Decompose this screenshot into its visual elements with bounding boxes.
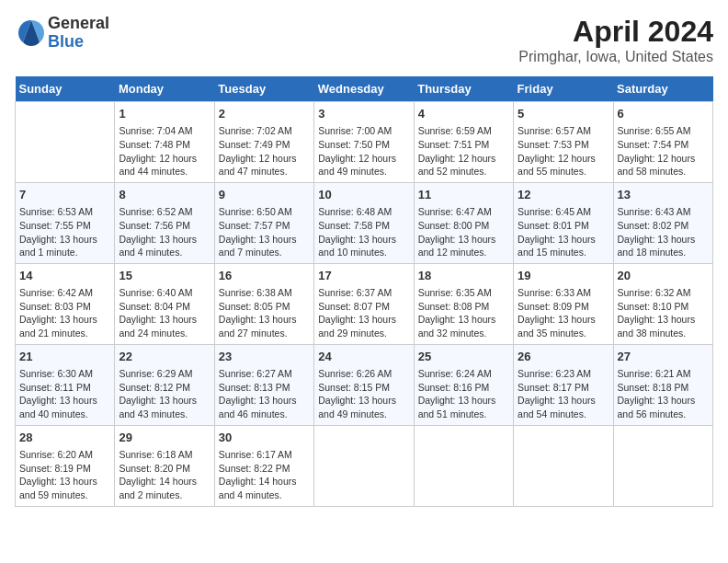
- day-number: 16: [219, 268, 310, 284]
- calendar-cell: 11Sunrise: 6:47 AMSunset: 8:00 PMDayligh…: [414, 182, 513, 263]
- day-info: Sunrise: 6:55 AMSunset: 7:54 PMDaylight:…: [618, 124, 709, 178]
- day-info: Sunrise: 6:59 AMSunset: 7:51 PMDaylight:…: [418, 124, 509, 178]
- calendar-cell: [514, 425, 613, 506]
- calendar-cell: 24Sunrise: 6:26 AMSunset: 8:15 PMDayligh…: [314, 344, 414, 425]
- calendar-cell: 1Sunrise: 7:04 AMSunset: 7:48 PMDaylight…: [115, 102, 214, 183]
- calendar-cell: 21Sunrise: 6:30 AMSunset: 8:11 PMDayligh…: [16, 344, 115, 425]
- calendar-table: SundayMondayTuesdayWednesdayThursdayFrid…: [15, 76, 713, 507]
- day-number: 26: [518, 349, 609, 365]
- calendar-cell: [414, 425, 513, 506]
- day-number: 25: [418, 349, 509, 365]
- day-number: 18: [418, 268, 509, 284]
- day-info: Sunrise: 6:27 AMSunset: 8:13 PMDaylight:…: [219, 367, 310, 421]
- calendar-cell: 9Sunrise: 6:50 AMSunset: 7:57 PMDaylight…: [214, 182, 313, 263]
- day-info: Sunrise: 6:53 AMSunset: 7:55 PMDaylight:…: [19, 205, 110, 259]
- calendar-cell: 12Sunrise: 6:45 AMSunset: 8:01 PMDayligh…: [514, 182, 613, 263]
- page-title: April 2024: [518, 15, 713, 49]
- calendar-week-row: 21Sunrise: 6:30 AMSunset: 8:11 PMDayligh…: [16, 344, 713, 425]
- calendar-cell: 6Sunrise: 6:55 AMSunset: 7:54 PMDaylight…: [613, 102, 712, 183]
- day-info: Sunrise: 6:21 AMSunset: 8:18 PMDaylight:…: [618, 367, 709, 421]
- calendar-cell: [613, 425, 712, 506]
- day-number: 23: [219, 349, 310, 365]
- logo: General Blue: [15, 15, 109, 52]
- day-number: 15: [119, 268, 210, 284]
- day-number: 2: [219, 106, 310, 122]
- calendar-header-tuesday: Tuesday: [214, 76, 313, 102]
- day-number: 20: [618, 268, 709, 284]
- calendar-cell: 22Sunrise: 6:29 AMSunset: 8:12 PMDayligh…: [115, 344, 214, 425]
- calendar-header-monday: Monday: [115, 76, 214, 102]
- day-info: Sunrise: 6:35 AMSunset: 8:08 PMDaylight:…: [418, 286, 509, 340]
- day-info: Sunrise: 6:50 AMSunset: 7:57 PMDaylight:…: [219, 205, 310, 259]
- day-number: 5: [518, 106, 609, 122]
- calendar-cell: 19Sunrise: 6:33 AMSunset: 8:09 PMDayligh…: [514, 263, 613, 344]
- page-subtitle: Primghar, Iowa, United States: [518, 49, 713, 65]
- calendar-cell: 27Sunrise: 6:21 AMSunset: 8:18 PMDayligh…: [613, 344, 712, 425]
- day-info: Sunrise: 6:43 AMSunset: 8:02 PMDaylight:…: [618, 205, 709, 259]
- day-info: Sunrise: 6:23 AMSunset: 8:17 PMDaylight:…: [518, 367, 609, 421]
- day-number: 29: [119, 430, 210, 446]
- calendar-header-saturday: Saturday: [613, 76, 712, 102]
- calendar-cell: 15Sunrise: 6:40 AMSunset: 8:04 PMDayligh…: [115, 263, 214, 344]
- day-info: Sunrise: 6:47 AMSunset: 8:00 PMDaylight:…: [418, 205, 509, 259]
- day-number: 9: [219, 187, 310, 203]
- calendar-cell: 25Sunrise: 6:24 AMSunset: 8:16 PMDayligh…: [414, 344, 513, 425]
- day-number: 14: [19, 268, 110, 284]
- calendar-cell: [314, 425, 414, 506]
- day-info: Sunrise: 6:45 AMSunset: 8:01 PMDaylight:…: [518, 205, 609, 259]
- day-number: 30: [219, 430, 310, 446]
- day-info: Sunrise: 6:17 AMSunset: 8:22 PMDaylight:…: [219, 448, 310, 502]
- calendar-cell: 28Sunrise: 6:20 AMSunset: 8:19 PMDayligh…: [16, 425, 115, 506]
- calendar-cell: 16Sunrise: 6:38 AMSunset: 8:05 PMDayligh…: [214, 263, 313, 344]
- calendar-cell: 13Sunrise: 6:43 AMSunset: 8:02 PMDayligh…: [613, 182, 712, 263]
- day-info: Sunrise: 6:20 AMSunset: 8:19 PMDaylight:…: [19, 448, 110, 502]
- logo-text: General Blue: [48, 15, 109, 52]
- calendar-cell: 8Sunrise: 6:52 AMSunset: 7:56 PMDaylight…: [115, 182, 214, 263]
- calendar-cell: 18Sunrise: 6:35 AMSunset: 8:08 PMDayligh…: [414, 263, 513, 344]
- day-info: Sunrise: 6:52 AMSunset: 7:56 PMDaylight:…: [119, 205, 210, 259]
- day-info: Sunrise: 6:29 AMSunset: 8:12 PMDaylight:…: [119, 367, 210, 421]
- day-number: 6: [618, 106, 709, 122]
- calendar-header-sunday: Sunday: [16, 76, 115, 102]
- calendar-cell: 5Sunrise: 6:57 AMSunset: 7:53 PMDaylight…: [514, 102, 613, 183]
- calendar-cell: 7Sunrise: 6:53 AMSunset: 7:55 PMDaylight…: [16, 182, 115, 263]
- day-number: 1: [119, 106, 210, 122]
- calendar-week-row: 7Sunrise: 6:53 AMSunset: 7:55 PMDaylight…: [16, 182, 713, 263]
- day-number: 8: [119, 187, 210, 203]
- day-number: 4: [418, 106, 509, 122]
- calendar-header-friday: Friday: [514, 76, 613, 102]
- day-number: 11: [418, 187, 509, 203]
- calendar-week-row: 1Sunrise: 7:04 AMSunset: 7:48 PMDaylight…: [16, 102, 713, 183]
- day-number: 27: [618, 349, 709, 365]
- calendar-cell: 14Sunrise: 6:42 AMSunset: 8:03 PMDayligh…: [16, 263, 115, 344]
- calendar-cell: 20Sunrise: 6:32 AMSunset: 8:10 PMDayligh…: [613, 263, 712, 344]
- calendar-cell: 4Sunrise: 6:59 AMSunset: 7:51 PMDaylight…: [414, 102, 513, 183]
- day-info: Sunrise: 6:38 AMSunset: 8:05 PMDaylight:…: [219, 286, 310, 340]
- day-info: Sunrise: 6:33 AMSunset: 8:09 PMDaylight:…: [518, 286, 609, 340]
- day-info: Sunrise: 6:24 AMSunset: 8:16 PMDaylight:…: [418, 367, 509, 421]
- day-info: Sunrise: 6:30 AMSunset: 8:11 PMDaylight:…: [19, 367, 110, 421]
- calendar-cell: 26Sunrise: 6:23 AMSunset: 8:17 PMDayligh…: [514, 344, 613, 425]
- day-number: 19: [518, 268, 609, 284]
- day-number: 7: [19, 187, 110, 203]
- calendar-week-row: 14Sunrise: 6:42 AMSunset: 8:03 PMDayligh…: [16, 263, 713, 344]
- day-number: 12: [518, 187, 609, 203]
- calendar-header-wednesday: Wednesday: [314, 76, 414, 102]
- title-block: April 2024 Primghar, Iowa, United States: [518, 15, 713, 65]
- day-info: Sunrise: 6:40 AMSunset: 8:04 PMDaylight:…: [119, 286, 210, 340]
- day-number: 21: [19, 349, 110, 365]
- day-number: 13: [618, 187, 709, 203]
- day-info: Sunrise: 6:26 AMSunset: 8:15 PMDaylight:…: [318, 367, 409, 421]
- logo-icon: [15, 17, 48, 50]
- calendar-week-row: 28Sunrise: 6:20 AMSunset: 8:19 PMDayligh…: [16, 425, 713, 506]
- day-number: 10: [318, 187, 409, 203]
- calendar-cell: 10Sunrise: 6:48 AMSunset: 7:58 PMDayligh…: [314, 182, 414, 263]
- day-info: Sunrise: 6:48 AMSunset: 7:58 PMDaylight:…: [318, 205, 409, 259]
- page-header: General Blue April 2024 Primghar, Iowa, …: [15, 15, 713, 65]
- calendar-header-row: SundayMondayTuesdayWednesdayThursdayFrid…: [16, 76, 713, 102]
- calendar-cell: 29Sunrise: 6:18 AMSunset: 8:20 PMDayligh…: [115, 425, 214, 506]
- calendar-cell: 17Sunrise: 6:37 AMSunset: 8:07 PMDayligh…: [314, 263, 414, 344]
- day-info: Sunrise: 6:37 AMSunset: 8:07 PMDaylight:…: [318, 286, 409, 340]
- calendar-cell: 3Sunrise: 7:00 AMSunset: 7:50 PMDaylight…: [314, 102, 414, 183]
- day-info: Sunrise: 7:04 AMSunset: 7:48 PMDaylight:…: [119, 124, 210, 178]
